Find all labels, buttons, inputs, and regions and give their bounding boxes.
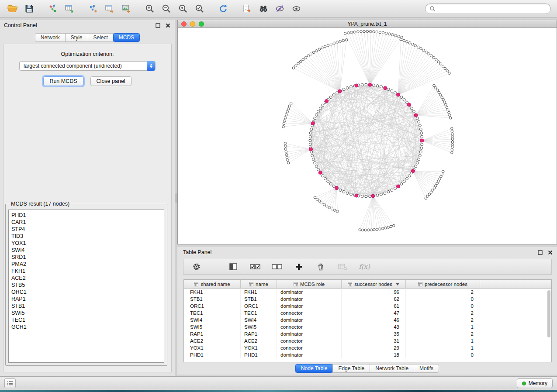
search-network-button[interactable] (255, 2, 272, 16)
mcds-result-item[interactable]: SWI5 (11, 309, 164, 316)
table-tab-bar: Node TableEdge TableNetwork TableMotifs (177, 364, 557, 373)
tab-mcds[interactable]: MCDS (113, 33, 140, 42)
close-window-button[interactable] (181, 21, 187, 27)
clipboard-import-button[interactable] (239, 2, 255, 16)
zoom-selected-icon (194, 3, 205, 14)
mcds-result-item[interactable]: PMA2 (11, 261, 164, 268)
table-row[interactable]: SWI5SWI5connector431 (184, 323, 551, 330)
table-panel-title: Table Panel (183, 249, 211, 255)
zoom-selected-button[interactable] (191, 2, 208, 16)
plus-icon (295, 263, 303, 271)
maximize-window-button[interactable] (199, 21, 204, 27)
tab-network[interactable]: Network (35, 33, 66, 42)
import-table-disabled-button[interactable] (336, 261, 349, 273)
network-canvas[interactable] (178, 28, 557, 244)
eye-slash-icon (275, 4, 285, 14)
table-row[interactable]: SWI4SWI4dominator462 (184, 316, 551, 323)
minimize-window-button[interactable] (190, 21, 195, 27)
table-scrollbar[interactable] (547, 290, 550, 337)
table-tab-edge-table[interactable]: Edge Table (332, 364, 370, 373)
select-stepper-icon (147, 61, 155, 71)
network-graph[interactable] (178, 28, 557, 244)
mcds-result-item[interactable]: ACE2 (11, 275, 164, 282)
table-grid-icon (348, 282, 352, 286)
search-input[interactable] (436, 5, 547, 12)
mcds-result-item[interactable]: YOX1 (11, 240, 164, 247)
status-bar: Memory (0, 376, 557, 390)
table-grid-icon (418, 282, 422, 286)
search-box[interactable] (425, 3, 551, 14)
show-details-button[interactable] (288, 2, 305, 16)
mcds-result-item[interactable]: STB5 (11, 282, 164, 289)
run-mcds-button[interactable]: Run MCDS (43, 76, 83, 86)
memory-button[interactable]: Memory (517, 378, 553, 388)
show-columns-button[interactable] (227, 261, 239, 273)
mcds-result-item[interactable]: STB1 (11, 303, 164, 309)
unselect-all-button[interactable] (271, 261, 283, 273)
folder-icon (7, 4, 18, 14)
close-control-panel-button[interactable] (165, 22, 171, 28)
optimization-select[interactable]: largest connected component (undirected) (19, 61, 156, 71)
mcds-result-item[interactable]: CAR1 (11, 219, 164, 226)
table-row[interactable]: TEC1TEC1connector472 (184, 309, 551, 316)
mcds-result-item[interactable]: PHD1 (11, 212, 164, 219)
mcds-result-item[interactable]: SRD1 (11, 254, 164, 261)
table-row[interactable]: RAP1RAP1dominator352 (184, 330, 551, 337)
table-row[interactable]: ORC1ORC1dominator610 (184, 303, 551, 309)
export-network-button[interactable] (85, 2, 101, 16)
table-row[interactable]: PHD1PHD1dominator180 (184, 351, 551, 358)
zoom-fit-button[interactable] (175, 2, 191, 16)
column-header-name[interactable]: name (241, 280, 277, 289)
float-panel-button[interactable] (155, 22, 161, 28)
table-tab-motifs[interactable]: Motifs (414, 364, 439, 373)
zoom-in-icon (145, 3, 155, 14)
import-network-button[interactable] (45, 2, 61, 16)
refresh-layout-button[interactable] (215, 2, 232, 16)
mcds-result-list[interactable]: PHD1CAR1STP4TID3YOX1SWI4SRD1PMA2FKH1ACE2… (8, 210, 164, 363)
table-tab-network-table[interactable]: Network Table (370, 364, 414, 373)
column-header-MCDS-role[interactable]: MCDS role (277, 280, 342, 289)
mcds-result-item[interactable]: FKH1 (11, 268, 164, 275)
tab-select[interactable]: Select (88, 33, 114, 42)
save-session-button[interactable] (21, 2, 38, 16)
network-window-titlebar[interactable]: YPA_prune.txt_1 (178, 20, 557, 28)
table-row[interactable]: ACE2ACE2connector311 (184, 337, 551, 344)
export-image-button[interactable] (118, 2, 135, 16)
open-session-button[interactable] (4, 2, 21, 16)
mcds-result-item[interactable]: GCR1 (11, 323, 164, 330)
float-table-panel-button[interactable] (537, 249, 543, 255)
mcds-result-item[interactable]: TEC1 (11, 316, 164, 323)
zoom-out-button[interactable] (158, 2, 175, 16)
table-settings-button[interactable] (190, 261, 203, 273)
close-table-panel-button[interactable] (547, 249, 553, 255)
delete-column-button[interactable] (315, 261, 327, 273)
export-table-button[interactable] (101, 2, 118, 16)
mcds-result-group: MCDS result (17 nodes) PHD1CAR1STP4TID3Y… (5, 204, 167, 366)
column-header-successor-nodes[interactable]: successor nodes (342, 280, 406, 289)
unchecked-boxes-icon (271, 263, 283, 271)
table-row[interactable]: STB1STB1dominator620 (184, 296, 551, 303)
zoom-fit-icon (178, 3, 188, 14)
fx-label: f(x) (359, 263, 370, 271)
mcds-result-item[interactable]: RAP1 (11, 296, 164, 303)
tab-style[interactable]: Style (65, 33, 88, 42)
column-header-predecessor-nodes[interactable]: predecessor nodes (406, 280, 480, 289)
function-builder-button[interactable]: f(x) (358, 261, 370, 273)
mcds-result-item[interactable]: TID3 (11, 233, 164, 240)
add-column-button[interactable] (293, 261, 305, 273)
zoom-in-button[interactable] (142, 2, 158, 16)
table-row[interactable]: FKH1FKH1dominator962 (184, 289, 551, 296)
mcds-result-item[interactable]: STP4 (11, 226, 164, 233)
export-image-icon (121, 4, 131, 14)
close-panel-button[interactable]: Close panel (90, 76, 131, 86)
menu-list-button[interactable] (4, 378, 16, 388)
select-all-button[interactable] (249, 261, 261, 273)
mcds-result-item[interactable]: ORC1 (11, 289, 164, 296)
import-table-button[interactable] (61, 2, 78, 16)
table-row[interactable]: YOX1YOX1connector291 (184, 344, 551, 351)
toggle-details-button[interactable] (272, 2, 288, 16)
table-tab-node-table[interactable]: Node Table (295, 364, 333, 373)
trash-icon (316, 262, 325, 271)
column-header-shared-name[interactable]: shared name (184, 280, 241, 289)
mcds-result-item[interactable]: SWI4 (11, 247, 164, 254)
